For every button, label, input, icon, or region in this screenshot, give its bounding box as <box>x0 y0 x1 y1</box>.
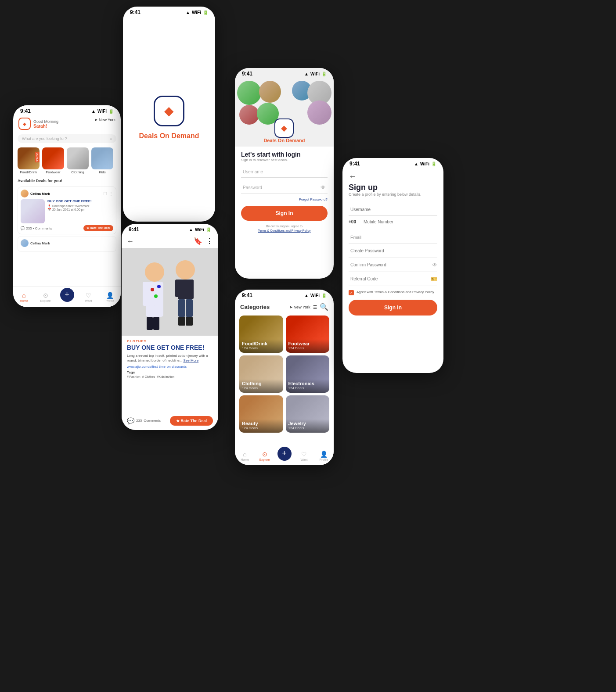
nav-want-label: Want <box>85 299 92 302</box>
nav-cats-add[interactable]: + <box>274 445 294 466</box>
cat-electronics-deals: 124 Deals <box>288 386 327 390</box>
nav-cats-profile[interactable]: 👤 Profile <box>314 449 334 463</box>
nav-cats-explore[interactable]: ⊙ Explore <box>255 449 274 463</box>
bookmark-icon[interactable]: 🔖 <box>194 237 202 245</box>
hero-circle-7 <box>307 100 331 125</box>
deal-link[interactable]: www.ajio.com/s/first-time-on-discounts <box>127 365 213 369</box>
sign-in-button[interactable]: Sign In <box>241 206 328 221</box>
tag-kidsfashion: #Kidsfashion <box>157 375 174 378</box>
cat-label-clothing: Clothing <box>71 170 84 174</box>
forgot-password-link[interactable]: Forgot Password? <box>241 197 328 201</box>
referral-code-wrapper: 🎫 <box>349 276 437 286</box>
cat-card-beauty[interactable]: Beauty 124 Deals <box>239 395 283 433</box>
rate-deal-btn-1[interactable]: ★ Rate The Deal <box>83 225 113 231</box>
time-splash: 9:41 <box>130 9 140 15</box>
signup-back-btn[interactable]: ← <box>349 172 437 181</box>
status-bar-splash: 9:41 ▲ WiFi 🔋 <box>123 7 215 17</box>
signup-username-input[interactable] <box>349 204 437 216</box>
signup-subtitle: Create a profile by entering below detai… <box>349 192 437 197</box>
home-location[interactable]: ➤ New York <box>94 118 115 122</box>
password-input-wrapper[interactable]: Password 👁 <box>241 181 328 194</box>
status-icons-cats: ▲ WiFi 🔋 <box>304 293 327 298</box>
status-bar-signup: 9:41 ▲ WiFi 🔋 <box>342 158 443 169</box>
nav-cats-want[interactable]: ♡ Want <box>294 449 314 463</box>
nav-profile[interactable]: 👤 Profile <box>99 290 121 304</box>
tags-row: # Fashion # Clothes #Kidsfashion <box>127 375 213 378</box>
signup-submit-btn[interactable]: Sign In <box>349 300 437 316</box>
cat-card-footwear[interactable]: Footwear 124 Deals <box>286 316 330 353</box>
tag-clothes: # Clothes <box>142 375 155 378</box>
cat-grid: Food/Drink 124 Deals Footwear 124 Deals … <box>235 313 334 435</box>
svg-rect-14 <box>178 299 185 317</box>
cat-card-electronics-label: Electronics 124 Deals <box>286 379 330 393</box>
cat-card-jewelry[interactable]: Jewelry 124 Deals <box>286 395 330 433</box>
login-hero: Deals On Demand <box>235 79 334 147</box>
location-icon: ➤ <box>94 118 98 122</box>
nav-explore[interactable]: ⊙ Explore <box>35 290 56 304</box>
cat-card-jewelry-label: Jewelry 124 Deals <box>286 419 330 433</box>
agree-checkbox[interactable]: ✓ <box>349 290 354 295</box>
confirm-password-input[interactable] <box>349 262 432 268</box>
nav-home[interactable]: ⌂ Home <box>13 290 35 304</box>
cat-beauty-name: Beauty <box>242 421 281 426</box>
cats-header-right: ➤ New York ≡ 🔍 <box>289 303 328 311</box>
svg-rect-15 <box>186 299 193 317</box>
signup-mobile-input[interactable] <box>364 219 437 224</box>
filter-icon-cats[interactable]: ≡ <box>313 303 317 311</box>
cat-card-beauty-label: Beauty 124 Deals <box>239 419 283 433</box>
nav-want[interactable]: ♡ Want <box>78 290 99 304</box>
home-search-bar[interactable]: What are you looking for? ≡ <box>18 134 116 143</box>
signup-email-input[interactable] <box>349 232 437 244</box>
signal-icon-cats: ▲ <box>304 293 309 298</box>
signup-form: +00 👁 🎫 ✓ Agree with Terms & Conditions … <box>342 202 443 317</box>
cat-item-kids[interactable]: Kids <box>91 147 113 174</box>
comments-number: 235 <box>136 419 142 423</box>
cat-thumb-footwear <box>42 147 64 169</box>
deal-detail-header: ← 🔖 ⋮ <box>122 234 218 248</box>
add-deal-btn[interactable]: + <box>60 288 74 302</box>
nav-cats-home[interactable]: ⌂ Home <box>235 449 255 463</box>
cats-location-icon: ➤ <box>289 305 293 309</box>
nav-add[interactable]: + <box>56 286 78 308</box>
eye-icon-confirm[interactable]: 👁 <box>432 262 437 268</box>
battery-icon-signup: 🔋 <box>431 161 436 166</box>
deal-info-1: BUY ONE GET ONE FREE! 📍 Randolph Street … <box>47 199 113 223</box>
nav-home-label: Home <box>20 299 28 302</box>
cat-item-footwear[interactable]: Footwear <box>42 147 64 174</box>
cat-card-footwear-label: Footwear 124 Deals <box>286 339 330 353</box>
cat-item-clothing[interactable]: Clothing <box>67 147 89 174</box>
back-button[interactable]: ← <box>127 237 134 245</box>
explore-icon-cats: ⊙ <box>262 451 267 458</box>
referral-code-input[interactable] <box>349 276 431 282</box>
create-password-input[interactable] <box>349 247 437 254</box>
phone-login: 9:41 ▲ WiFi 🔋 Deals On Demand Let's star… <box>235 68 334 279</box>
deal-checkbox-1[interactable]: ☐ <box>103 191 107 196</box>
wifi-icon-signup: WiFi <box>420 161 429 166</box>
username-input-wrapper[interactable]: Username <box>241 166 328 178</box>
explore-nav-icon: ⊙ <box>43 292 48 299</box>
more-icon[interactable]: ⋮ <box>206 237 213 245</box>
svg-rect-12 <box>175 280 182 297</box>
deal-hero-image <box>122 248 218 336</box>
see-more-link[interactable]: See More <box>184 359 199 362</box>
cat-card-electronics[interactable]: Electronics 124 Deals <box>286 355 330 393</box>
rate-deal-btn-detail[interactable]: ★ Rate The Deal <box>170 416 213 426</box>
want-icon-cats: ♡ <box>301 451 307 458</box>
cat-card-food[interactable]: Food/Drink 124 Deals <box>239 316 283 353</box>
status-icons-login: ▲ WiFi 🔋 <box>304 72 327 76</box>
eye-icon[interactable]: 👁 <box>321 184 326 190</box>
country-code[interactable]: +00 <box>349 219 362 224</box>
cat-item-food[interactable]: DEALS Food/Drink <box>18 147 40 174</box>
battery-icon: 🔋 <box>108 109 114 114</box>
search-icon-cats[interactable]: 🔍 <box>320 303 328 311</box>
cats-location[interactable]: ➤ New York <box>289 305 310 309</box>
deal-card-2: Celina Mark <box>18 236 116 252</box>
login-app-name: Deals On Demand <box>263 138 305 143</box>
terms-link[interactable]: Terms & Conditions and Privacy Policy <box>258 229 311 232</box>
deal-menu-1[interactable]: ⋮ <box>109 191 113 196</box>
cat-card-clothing[interactable]: Clothing 124 Deals <box>239 355 283 393</box>
status-icons-signup: ▲ WiFi 🔋 <box>414 161 436 166</box>
add-btn-cats[interactable]: + <box>277 447 292 461</box>
nav-cats-explore-label: Explore <box>259 458 270 461</box>
time-signup: 9:41 <box>349 161 360 167</box>
